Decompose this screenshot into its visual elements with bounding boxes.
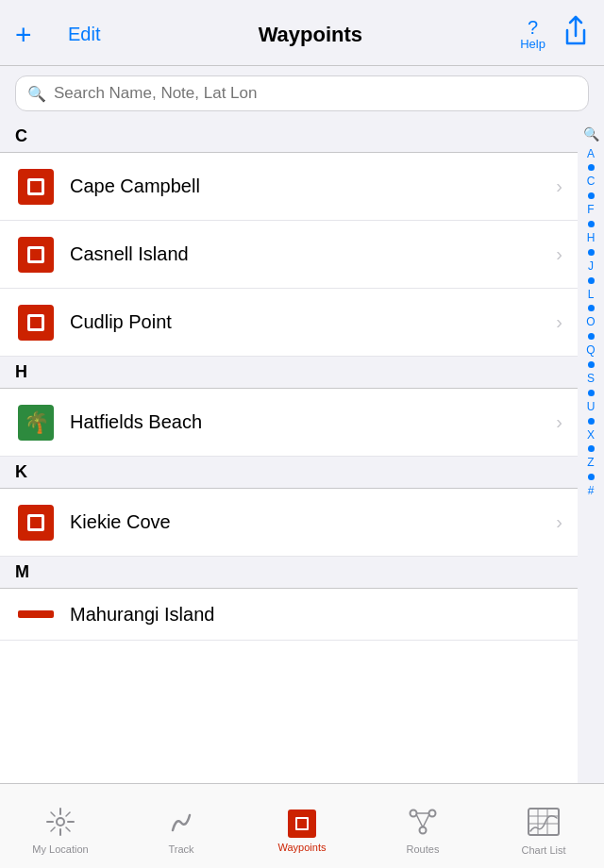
help-icon: ? bbox=[528, 18, 538, 37]
chevron-icon: › bbox=[556, 243, 562, 265]
index-h[interactable]: H bbox=[587, 229, 596, 247]
help-label: Help bbox=[520, 37, 545, 51]
index-o[interactable]: O bbox=[586, 313, 595, 331]
index-dot bbox=[588, 361, 595, 368]
index-dot bbox=[588, 277, 595, 284]
list-item[interactable]: Cudlip Point › bbox=[0, 289, 578, 357]
index-l[interactable]: L bbox=[588, 286, 595, 304]
svg-line-13 bbox=[423, 814, 429, 827]
routes-icon bbox=[408, 808, 438, 840]
index-dot bbox=[588, 390, 595, 396]
svg-rect-15 bbox=[528, 809, 559, 835]
index-j[interactable]: J bbox=[588, 258, 594, 275]
tab-waypoints-label: Waypoints bbox=[278, 842, 327, 853]
svg-point-9 bbox=[411, 810, 417, 816]
list-item[interactable]: Mahurangi Island bbox=[0, 589, 578, 641]
chevron-icon: › bbox=[556, 311, 562, 333]
index-dot bbox=[588, 221, 595, 227]
list-item[interactable]: Kiekie Cove › bbox=[0, 489, 578, 557]
index-q[interactable]: Q bbox=[586, 342, 595, 359]
svg-line-5 bbox=[51, 812, 55, 816]
search-input[interactable] bbox=[54, 84, 577, 103]
svg-line-12 bbox=[416, 814, 423, 827]
chevron-icon: › bbox=[556, 511, 562, 533]
index-sidebar: 🔍 A C F H J L O Q S U X Z # bbox=[578, 121, 604, 810]
chart-list-icon bbox=[527, 807, 561, 841]
index-dot bbox=[588, 249, 595, 256]
index-hash[interactable]: # bbox=[588, 482, 595, 500]
search-icon: 🔍 bbox=[27, 85, 46, 103]
waypoint-icon-casnell bbox=[15, 234, 57, 275]
header: + Edit Waypoints ? Help bbox=[0, 0, 604, 66]
edit-button[interactable]: Edit bbox=[68, 24, 100, 45]
share-icon bbox=[562, 15, 589, 47]
svg-point-0 bbox=[57, 818, 64, 826]
index-dot bbox=[588, 305, 595, 311]
section-header-c: C bbox=[0, 121, 578, 153]
waypoints-tab-icon bbox=[288, 810, 316, 838]
waypoint-icon-mahurangi bbox=[15, 593, 57, 635]
svg-point-11 bbox=[420, 826, 427, 833]
header-right: ? Help bbox=[520, 15, 589, 54]
track-icon bbox=[167, 808, 195, 840]
index-f[interactable]: F bbox=[587, 201, 594, 219]
help-button[interactable]: ? Help bbox=[520, 18, 545, 51]
index-c[interactable]: C bbox=[587, 173, 596, 191]
list-item[interactable]: 🌴 Hatfields Beach › bbox=[0, 389, 578, 457]
list-item[interactable]: Cape Campbell › bbox=[0, 153, 578, 221]
chevron-icon: › bbox=[556, 411, 562, 433]
waypoint-icon-cape-campbell bbox=[15, 166, 57, 208]
index-dot bbox=[588, 333, 595, 340]
svg-point-10 bbox=[429, 810, 436, 816]
waypoint-icon-cudlip bbox=[15, 302, 57, 343]
page-title: Waypoints bbox=[259, 23, 362, 47]
tab-waypoints[interactable]: Waypoints bbox=[242, 784, 362, 868]
section-header-m: M bbox=[0, 557, 578, 589]
waypoint-name: Cudlip Point bbox=[70, 311, 556, 333]
waypoint-name: Hatfields Beach bbox=[70, 411, 556, 433]
svg-line-7 bbox=[66, 812, 70, 816]
content-wrapper: C Cape Campbell › Casnell Island › Cudli… bbox=[0, 121, 604, 810]
my-location-icon bbox=[46, 808, 75, 840]
search-container: 🔍 bbox=[0, 66, 604, 121]
tab-routes[interactable]: Routes bbox=[362, 784, 483, 868]
search-bar[interactable]: 🔍 bbox=[15, 75, 589, 111]
tab-bar: My Location Track Waypoints Ro bbox=[0, 783, 604, 868]
index-dot bbox=[588, 474, 595, 480]
tab-routes-label: Routes bbox=[407, 843, 440, 855]
tab-my-location-label: My Location bbox=[32, 843, 88, 855]
waypoint-name: Cape Campbell bbox=[70, 175, 556, 197]
index-x[interactable]: X bbox=[587, 426, 595, 444]
tab-my-location[interactable]: My Location bbox=[0, 784, 121, 868]
svg-line-8 bbox=[51, 827, 55, 831]
index-s[interactable]: S bbox=[587, 370, 595, 388]
section-header-h: H bbox=[0, 357, 578, 389]
index-dot bbox=[588, 445, 595, 452]
tab-chart-list[interactable]: Chart List bbox=[483, 784, 604, 868]
index-u[interactable]: U bbox=[587, 398, 596, 416]
share-button[interactable] bbox=[562, 15, 589, 54]
waypoint-name: Mahurangi Island bbox=[70, 604, 562, 626]
waypoint-icon-kiekie bbox=[15, 502, 57, 543]
waypoint-icon-hatfields: 🌴 bbox=[15, 402, 57, 443]
index-dot bbox=[588, 192, 595, 199]
index-a[interactable]: A bbox=[587, 145, 595, 163]
chevron-icon: › bbox=[556, 175, 562, 197]
list-item[interactable]: Casnell Island › bbox=[0, 221, 578, 289]
tab-track-label: Track bbox=[168, 843, 193, 855]
index-dot bbox=[588, 418, 595, 425]
section-header-k: K bbox=[0, 457, 578, 489]
index-search[interactable]: 🔍 bbox=[583, 125, 599, 145]
waypoints-list: C Cape Campbell › Casnell Island › Cudli… bbox=[0, 121, 578, 810]
waypoint-name: Kiekie Cove bbox=[70, 511, 556, 533]
tab-chart-list-label: Chart List bbox=[521, 844, 565, 856]
index-dot bbox=[588, 164, 595, 171]
palm-icon: 🌴 bbox=[24, 410, 49, 435]
index-z[interactable]: Z bbox=[587, 454, 594, 472]
tab-track[interactable]: Track bbox=[121, 784, 242, 868]
waypoint-name: Casnell Island bbox=[70, 243, 556, 265]
svg-line-6 bbox=[66, 827, 70, 831]
add-button[interactable]: + bbox=[15, 21, 57, 49]
